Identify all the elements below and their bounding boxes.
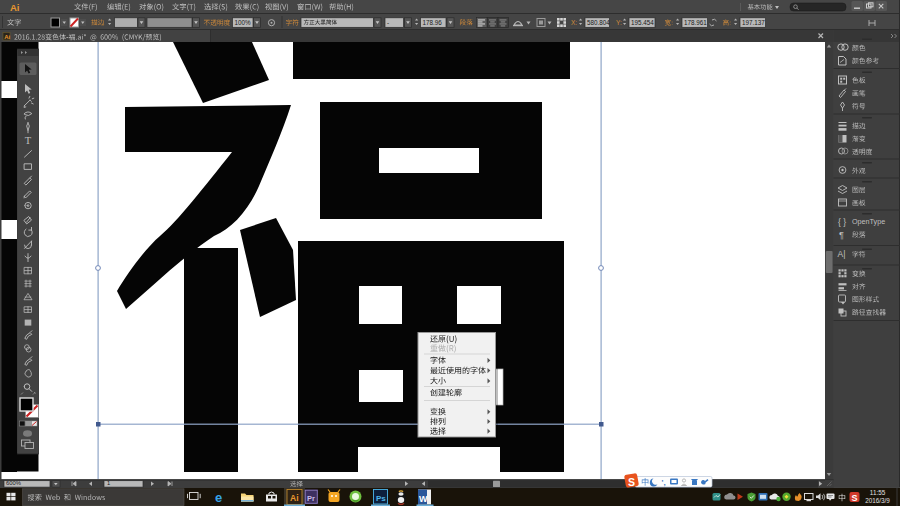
svg-text:1: 1: [107, 480, 110, 486]
svg-text:T: T: [25, 135, 32, 146]
svg-text:195.454: 195.454: [631, 19, 654, 26]
svg-text:W: W: [419, 494, 428, 504]
svg-text:Pr: Pr: [307, 494, 315, 503]
svg-text:580.804: 580.804: [587, 19, 610, 26]
svg-text:{ }: { }: [838, 217, 846, 227]
svg-text:100%: 100%: [235, 19, 252, 26]
svg-text:197.137: 197.137: [742, 19, 765, 26]
svg-text:OpenType: OpenType: [852, 217, 885, 226]
svg-text:S: S: [628, 476, 635, 488]
svg-text:X:: X:: [571, 19, 577, 26]
svg-text:e: e: [215, 490, 222, 505]
svg-text:178.96: 178.96: [423, 19, 443, 26]
svg-text:Ai: Ai: [290, 493, 299, 503]
svg-text:',: ',: [662, 478, 666, 487]
svg-text:¶: ¶: [839, 230, 844, 240]
svg-text:178.961: 178.961: [684, 19, 707, 26]
svg-text:Ps: Ps: [376, 494, 386, 503]
svg-text:S: S: [852, 493, 858, 503]
svg-text:Y:: Y:: [616, 19, 622, 26]
svg-text:600%: 600%: [6, 480, 21, 486]
svg-text:A|: A|: [838, 249, 846, 259]
svg-text:Ai: Ai: [4, 34, 10, 40]
svg-text:11:55: 11:55: [870, 489, 886, 496]
svg-text:-: -: [387, 19, 389, 26]
svg-text:2016/3/9: 2016/3/9: [865, 497, 890, 504]
svg-text:Ai: Ai: [10, 2, 20, 13]
